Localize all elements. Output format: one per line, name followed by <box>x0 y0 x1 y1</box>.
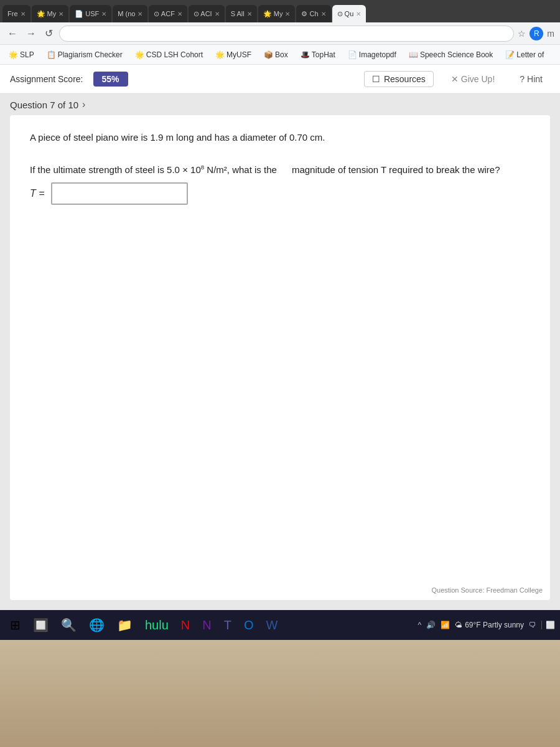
show-desktop-icon[interactable]: ⬜ <box>541 621 555 629</box>
outlook-button[interactable]: O <box>239 616 259 635</box>
bookmark-star-icon[interactable]: ☆ <box>518 29 526 39</box>
tab-no[interactable]: M (no ✕ <box>113 5 147 22</box>
back-button[interactable]: ← <box>5 27 20 40</box>
netflix-taskbar-button[interactable]: N <box>176 616 195 635</box>
resources-checkbox-icon: ☐ <box>372 74 380 84</box>
bookmark-label: MyUSF <box>226 50 251 59</box>
address-bar[interactable]: om/sac/5083541#/5083541/6/-1 <box>59 26 514 42</box>
menu-icon[interactable]: m <box>547 29 555 39</box>
speech-science-icon: 📖 <box>409 50 418 59</box>
bookmark-letter[interactable]: 📝 Letter of <box>502 49 548 60</box>
outlook-icon: O <box>244 618 254 632</box>
word-icon: W <box>266 618 278 632</box>
question-navigation: Question 7 of 10 › <box>0 94 560 115</box>
assignment-header: Assignment Score: 55% ☐ Resources ✕ Give… <box>0 65 560 94</box>
question-part2-container: If the ultimate strength of steel is 5.0… <box>30 162 530 205</box>
bookmark-plagiarism[interactable]: 📋 Plagiarism Checker <box>43 49 126 60</box>
tab-close-ch[interactable]: ✕ <box>321 11 326 17</box>
refresh-button[interactable]: ↺ <box>42 26 55 40</box>
files-taskbar-button[interactable]: 📁 <box>112 615 138 635</box>
bookmark-tophat[interactable]: 🎩 TopHat <box>297 49 339 60</box>
tab-my1[interactable]: 🌟 My ✕ <box>32 5 69 22</box>
bookmark-label: Plagiarism Checker <box>58 50 123 59</box>
tab-close-my2[interactable]: ✕ <box>285 11 290 17</box>
hulu-icon: hulu <box>145 618 169 632</box>
bookmarks-bar: 🌟 SLP 📋 Plagiarism Checker 🌟 CSD LSH Coh… <box>0 45 560 65</box>
tab-ch[interactable]: ⚙ Ch ✕ <box>296 5 330 22</box>
tab-close-aci[interactable]: ✕ <box>215 11 220 17</box>
word-button[interactable]: W <box>261 616 283 635</box>
weather-temp: 69°F Partly sunny <box>465 621 524 629</box>
resources-label: Resources <box>384 74 426 84</box>
start-button[interactable]: ⊞ <box>5 615 26 635</box>
wood-frame <box>0 640 560 747</box>
bookmark-label: Letter of <box>516 50 544 59</box>
hint-button[interactable]: ? Hint <box>512 72 550 87</box>
tab-label: M (no <box>118 10 135 17</box>
tab-close-acf[interactable]: ✕ <box>177 11 182 17</box>
files-icon: 📁 <box>117 618 133 632</box>
navigation-bar: ← → ↺ om/sac/5083541#/5083541/6/-1 ☆ R m <box>0 22 560 45</box>
tab-close-my1[interactable]: ✕ <box>58 11 63 17</box>
network-icon[interactable]: 📶 <box>441 621 450 629</box>
bookmark-csd[interactable]: 🌟 CSD LSH Cohort <box>131 49 207 60</box>
onenote-icon: N <box>202 618 211 632</box>
letter-icon: 📝 <box>505 50 515 59</box>
next-question-chevron[interactable]: › <box>82 99 85 110</box>
forward-button[interactable]: → <box>24 27 39 40</box>
tab-label: ⊙ ACF <box>154 10 174 18</box>
tab-label: Fre <box>7 10 18 17</box>
box-icon: 📦 <box>264 50 273 59</box>
score-badge: 55% <box>93 72 128 87</box>
give-up-icon: ✕ <box>451 74 459 84</box>
answer-input[interactable] <box>51 182 188 205</box>
tab-label: ⊙ Qu <box>337 10 354 18</box>
tab-label: ⊙ ACI <box>194 10 212 18</box>
tab-close-sall[interactable]: ✕ <box>247 11 252 17</box>
question-source: Question Source: Freedman College <box>431 586 543 594</box>
weather-icon: 🌤 <box>455 621 462 629</box>
imagetopdf-icon: 📄 <box>348 50 357 59</box>
tab-usf[interactable]: 📄 USF ✕ <box>70 5 111 22</box>
tab-acf[interactable]: ⊙ ACF ✕ <box>149 5 187 22</box>
onenote-button[interactable]: N <box>197 616 216 635</box>
bookmark-label: SLP <box>20 50 34 59</box>
bookmark-box[interactable]: 📦 Box <box>260 49 292 60</box>
tab-close-usf[interactable]: ✕ <box>101 11 106 17</box>
tab-close-fre[interactable]: ✕ <box>21 11 26 17</box>
browser-window: Fre ✕ 🌟 My ✕ 📄 USF ✕ M (no ✕ ⊙ ACF ✕ ⊙ A… <box>0 0 560 610</box>
give-up-button[interactable]: ✕ Give Up! <box>444 72 502 87</box>
csd-icon: 🌟 <box>135 50 144 59</box>
chrome-icon: 🌐 <box>89 618 105 632</box>
tab-qu[interactable]: ⊙ Qu ✕ <box>332 5 366 22</box>
system-tray-up-icon[interactable]: ^ <box>418 621 422 629</box>
hulu-button[interactable]: hulu <box>140 616 174 635</box>
search-taskbar-button[interactable]: 🔲 <box>28 615 54 635</box>
question-text-part1: A piece of steel piano wire is 1.9 m lon… <box>30 130 530 145</box>
tab-label: 📄 USF <box>75 10 99 18</box>
bookmark-imagetopdf[interactable]: 📄 Imagetopdf <box>344 49 400 60</box>
bookmark-speech-science[interactable]: 📖 Speech Science Book <box>405 49 497 60</box>
bookmark-myusf[interactable]: 🌟 MyUSF <box>212 49 255 60</box>
speaker-icon[interactable]: 🔊 <box>426 621 436 629</box>
tab-my2[interactable]: 🌟 My ✕ <box>258 5 296 22</box>
tab-sall[interactable]: S All ✕ <box>226 5 257 22</box>
tab-aci[interactable]: ⊙ ACI ✕ <box>189 5 225 22</box>
tab-close-qu[interactable]: ✕ <box>356 11 361 17</box>
weather-widget[interactable]: 🌤 69°F Partly sunny <box>455 621 524 629</box>
tab-close-no[interactable]: ✕ <box>138 11 142 17</box>
profile-icon[interactable]: R <box>530 27 543 40</box>
bookmark-label: Speech Science Book <box>420 50 493 59</box>
resources-button[interactable]: ☐ Resources <box>364 71 434 87</box>
slp-icon: 🌟 <box>9 50 18 59</box>
tab-fre[interactable]: Fre ✕ <box>2 5 30 22</box>
teams-button[interactable]: T <box>219 616 236 635</box>
task-view-button[interactable]: 🔍 <box>56 615 82 635</box>
t-equals-label: T = <box>30 188 45 199</box>
chrome-taskbar-button[interactable]: 🌐 <box>84 615 110 635</box>
search-taskbar-icon: 🔲 <box>33 618 49 632</box>
notification-icon[interactable]: 🗨 <box>529 621 536 629</box>
content-area: Assignment Score: 55% ☐ Resources ✕ Give… <box>0 65 560 610</box>
bookmark-slp[interactable]: 🌟 SLP <box>5 49 38 60</box>
taskbar: ⊞ 🔲 🔍 🌐 📁 hulu N N T O W ^ 🔊 📶 🌤 69°F Pa… <box>0 610 560 640</box>
